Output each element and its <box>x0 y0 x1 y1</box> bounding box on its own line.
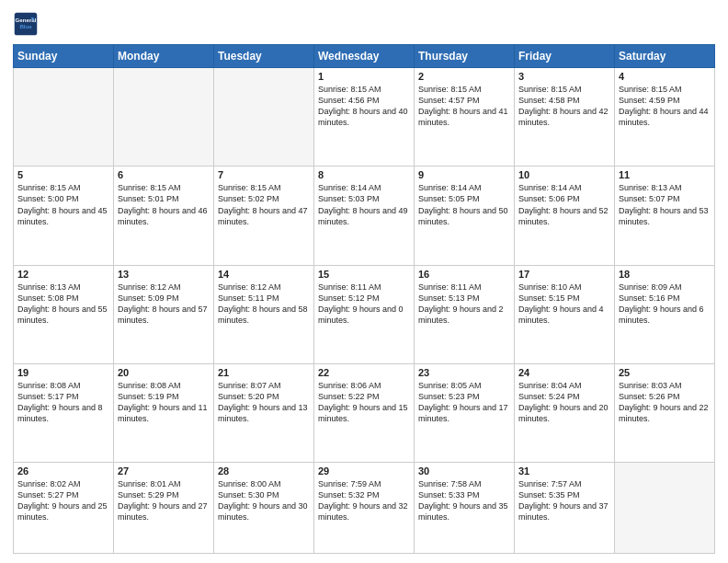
day-info: Sunrise: 8:08 AM Sunset: 5:19 PM Dayligh… <box>118 380 210 425</box>
day-number: 1 <box>318 71 410 82</box>
day-info: Sunrise: 8:13 AM Sunset: 5:07 PM Dayligh… <box>619 182 711 227</box>
calendar-day-cell <box>214 68 314 167</box>
day-info: Sunrise: 7:59 AM Sunset: 5:32 PM Dayligh… <box>318 478 410 523</box>
day-number: 19 <box>17 367 109 378</box>
day-number: 20 <box>118 367 210 378</box>
calendar-day-cell: 22Sunrise: 8:06 AM Sunset: 5:22 PM Dayli… <box>314 363 415 462</box>
calendar-day-cell: 8Sunrise: 8:14 AM Sunset: 5:03 PM Daylig… <box>314 167 415 265</box>
day-number: 14 <box>218 269 310 280</box>
day-info: Sunrise: 8:11 AM Sunset: 5:12 PM Dayligh… <box>318 282 410 327</box>
calendar-day-cell: 4Sunrise: 8:15 AM Sunset: 4:59 PM Daylig… <box>615 68 715 167</box>
day-number: 6 <box>118 169 210 180</box>
calendar-day-cell: 2Sunrise: 8:15 AM Sunset: 4:57 PM Daylig… <box>415 68 515 167</box>
day-info: Sunrise: 8:10 AM Sunset: 5:15 PM Dayligh… <box>518 282 610 327</box>
calendar-day-cell: 7Sunrise: 8:15 AM Sunset: 5:02 PM Daylig… <box>214 167 314 265</box>
calendar-week-row: 26Sunrise: 8:02 AM Sunset: 5:27 PM Dayli… <box>14 463 715 554</box>
day-info: Sunrise: 8:09 AM Sunset: 5:16 PM Dayligh… <box>619 282 711 327</box>
calendar-header-sunday: Sunday <box>14 45 114 68</box>
calendar-day-cell: 16Sunrise: 8:11 AM Sunset: 5:13 PM Dayli… <box>415 265 515 363</box>
page: General Blue SundayMondayTuesdayWednesda… <box>0 0 728 563</box>
day-number: 17 <box>518 269 610 280</box>
calendar-day-cell: 12Sunrise: 8:13 AM Sunset: 5:08 PM Dayli… <box>14 265 114 363</box>
day-number: 31 <box>518 465 610 477</box>
day-number: 18 <box>619 269 711 280</box>
calendar-day-cell: 14Sunrise: 8:12 AM Sunset: 5:11 PM Dayli… <box>214 265 314 363</box>
day-info: Sunrise: 8:02 AM Sunset: 5:27 PM Dayligh… <box>17 478 109 523</box>
day-info: Sunrise: 8:15 AM Sunset: 5:01 PM Dayligh… <box>118 182 210 227</box>
day-info: Sunrise: 8:15 AM Sunset: 4:59 PM Dayligh… <box>619 84 711 129</box>
calendar-day-cell: 19Sunrise: 8:08 AM Sunset: 5:17 PM Dayli… <box>14 363 114 462</box>
day-number: 16 <box>418 269 510 280</box>
day-info: Sunrise: 8:15 AM Sunset: 4:58 PM Dayligh… <box>518 84 610 129</box>
calendar-day-cell: 27Sunrise: 8:01 AM Sunset: 5:29 PM Dayli… <box>114 463 214 554</box>
calendar-header-wednesday: Wednesday <box>314 45 415 68</box>
day-info: Sunrise: 8:14 AM Sunset: 5:03 PM Dayligh… <box>318 182 410 227</box>
day-number: 8 <box>318 169 410 180</box>
calendar-day-cell: 23Sunrise: 8:05 AM Sunset: 5:23 PM Dayli… <box>415 363 515 462</box>
calendar-day-cell: 1Sunrise: 8:15 AM Sunset: 4:56 PM Daylig… <box>314 68 415 167</box>
calendar-day-cell: 3Sunrise: 8:15 AM Sunset: 4:58 PM Daylig… <box>515 68 615 167</box>
day-info: Sunrise: 8:08 AM Sunset: 5:17 PM Dayligh… <box>17 380 109 425</box>
calendar-day-cell: 15Sunrise: 8:11 AM Sunset: 5:12 PM Dayli… <box>314 265 415 363</box>
calendar-header-monday: Monday <box>114 45 214 68</box>
day-number: 10 <box>518 169 610 180</box>
calendar-day-cell: 25Sunrise: 8:03 AM Sunset: 5:26 PM Dayli… <box>615 363 715 462</box>
day-number: 11 <box>619 169 711 180</box>
calendar-day-cell: 6Sunrise: 8:15 AM Sunset: 5:01 PM Daylig… <box>114 167 214 265</box>
day-info: Sunrise: 8:15 AM Sunset: 4:56 PM Dayligh… <box>318 84 410 129</box>
calendar-day-cell: 11Sunrise: 8:13 AM Sunset: 5:07 PM Dayli… <box>615 167 715 265</box>
day-number: 22 <box>318 367 410 378</box>
day-number: 4 <box>619 71 711 82</box>
calendar-day-cell: 28Sunrise: 8:00 AM Sunset: 5:30 PM Dayli… <box>214 463 314 554</box>
day-number: 30 <box>418 465 510 477</box>
logo-icon: General Blue <box>13 11 39 37</box>
header: General Blue <box>13 11 715 37</box>
logo: General Blue <box>13 11 42 37</box>
day-info: Sunrise: 8:15 AM Sunset: 4:57 PM Dayligh… <box>418 84 510 129</box>
day-number: 9 <box>418 169 510 180</box>
day-info: Sunrise: 8:13 AM Sunset: 5:08 PM Dayligh… <box>17 282 109 327</box>
calendar-day-cell: 31Sunrise: 7:57 AM Sunset: 5:35 PM Dayli… <box>515 463 615 554</box>
calendar-day-cell: 10Sunrise: 8:14 AM Sunset: 5:06 PM Dayli… <box>515 167 615 265</box>
day-info: Sunrise: 8:04 AM Sunset: 5:24 PM Dayligh… <box>518 380 610 425</box>
day-info: Sunrise: 8:15 AM Sunset: 5:02 PM Dayligh… <box>218 182 310 227</box>
calendar-header-tuesday: Tuesday <box>214 45 314 68</box>
day-info: Sunrise: 8:15 AM Sunset: 5:00 PM Dayligh… <box>17 182 109 227</box>
calendar-day-cell <box>14 68 114 167</box>
day-number: 12 <box>17 269 109 280</box>
day-number: 23 <box>418 367 510 378</box>
day-info: Sunrise: 8:03 AM Sunset: 5:26 PM Dayligh… <box>619 380 711 425</box>
calendar-day-cell: 5Sunrise: 8:15 AM Sunset: 5:00 PM Daylig… <box>14 167 114 265</box>
day-number: 26 <box>17 465 109 477</box>
calendar-day-cell: 18Sunrise: 8:09 AM Sunset: 5:16 PM Dayli… <box>615 265 715 363</box>
calendar-header-row: SundayMondayTuesdayWednesdayThursdayFrid… <box>14 45 715 68</box>
day-info: Sunrise: 8:01 AM Sunset: 5:29 PM Dayligh… <box>118 478 210 523</box>
day-number: 28 <box>218 465 310 477</box>
day-info: Sunrise: 8:14 AM Sunset: 5:05 PM Dayligh… <box>418 182 510 227</box>
calendar-day-cell: 30Sunrise: 7:58 AM Sunset: 5:33 PM Dayli… <box>415 463 515 554</box>
calendar-week-row: 1Sunrise: 8:15 AM Sunset: 4:56 PM Daylig… <box>14 68 715 167</box>
day-info: Sunrise: 8:05 AM Sunset: 5:23 PM Dayligh… <box>418 380 510 425</box>
calendar-day-cell: 24Sunrise: 8:04 AM Sunset: 5:24 PM Dayli… <box>515 363 615 462</box>
calendar-table: SundayMondayTuesdayWednesdayThursdayFrid… <box>13 44 715 554</box>
calendar-week-row: 19Sunrise: 8:08 AM Sunset: 5:17 PM Dayli… <box>14 363 715 462</box>
day-number: 24 <box>518 367 610 378</box>
calendar-day-cell: 26Sunrise: 8:02 AM Sunset: 5:27 PM Dayli… <box>14 463 114 554</box>
day-number: 15 <box>318 269 410 280</box>
calendar-header-thursday: Thursday <box>415 45 515 68</box>
day-number: 27 <box>118 465 210 477</box>
day-info: Sunrise: 7:57 AM Sunset: 5:35 PM Dayligh… <box>518 478 610 523</box>
calendar-header-saturday: Saturday <box>615 45 715 68</box>
day-number: 5 <box>17 169 109 180</box>
day-number: 7 <box>218 169 310 180</box>
calendar-day-cell: 21Sunrise: 8:07 AM Sunset: 5:20 PM Dayli… <box>214 363 314 462</box>
svg-text:Blue: Blue <box>19 23 32 29</box>
day-number: 2 <box>418 71 510 82</box>
day-info: Sunrise: 7:58 AM Sunset: 5:33 PM Dayligh… <box>418 478 510 523</box>
calendar-day-cell: 29Sunrise: 7:59 AM Sunset: 5:32 PM Dayli… <box>314 463 415 554</box>
day-number: 3 <box>518 71 610 82</box>
calendar-day-cell: 20Sunrise: 8:08 AM Sunset: 5:19 PM Dayli… <box>114 363 214 462</box>
calendar-day-cell <box>615 463 715 554</box>
calendar-header-friday: Friday <box>515 45 615 68</box>
day-number: 25 <box>619 367 711 378</box>
